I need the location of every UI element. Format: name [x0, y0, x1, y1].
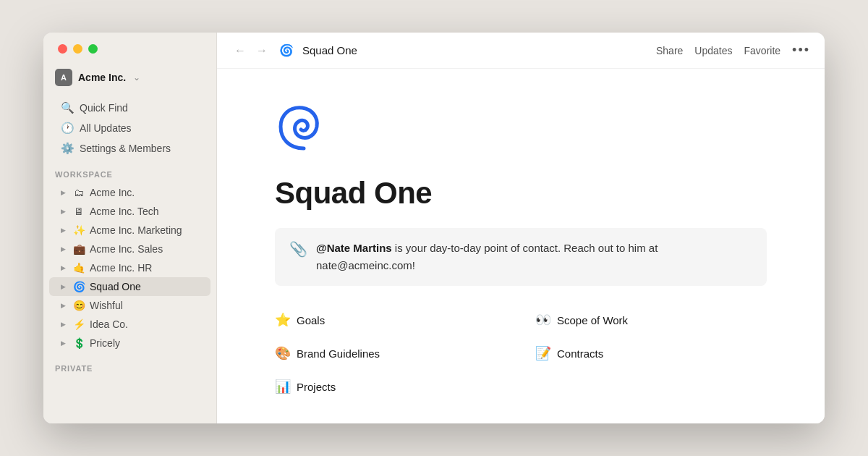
chevron-right-icon: ▶ — [61, 208, 68, 215]
goals-link-label: Goals — [297, 314, 325, 326]
topbar: ← → 🌀 Squad One Share Updates Favorite •… — [217, 33, 825, 69]
chevron-right-icon: ▶ — [61, 227, 68, 234]
sidebar: A Acme Inc. ⌄ 🔍 Quick Find 🕐 All Updates… — [43, 33, 217, 423]
links-grid: ⭐ Goals 👀 Scope of Work 🎨 Brand Guidelin… — [275, 306, 767, 400]
idea-co-label: Idea Co. — [90, 318, 128, 330]
wishful-label: Wishful — [90, 300, 123, 311]
chevron-right-icon: ▶ — [61, 339, 68, 347]
more-options-button[interactable]: ••• — [792, 43, 810, 58]
share-button[interactable]: Share — [656, 45, 683, 56]
acme-hr-label: Acme Inc. HR — [90, 262, 152, 274]
link-item-goals[interactable]: ⭐ Goals — [275, 306, 506, 334]
brand-guidelines-link-label: Brand Guidelines — [297, 347, 380, 360]
callout-mention: @Nate Martins — [316, 242, 392, 254]
link-item-projects[interactable]: 📊 Projects — [275, 373, 506, 400]
page-logo — [275, 98, 767, 159]
acme-sales-label: Acme Inc. Sales — [90, 243, 163, 255]
acme-inc-label: Acme Inc. — [90, 187, 135, 198]
acme-marketing-label: Acme Inc. Marketing — [90, 224, 182, 236]
app-window: A Acme Inc. ⌄ 🔍 Quick Find 🕐 All Updates… — [43, 33, 825, 423]
workspace-name: Acme Inc. — [78, 72, 126, 83]
sidebar-item-acme-inc[interactable]: ▶ 🗂 Acme Inc. — [49, 183, 210, 202]
scope-of-work-link-label: Scope of Work — [557, 314, 628, 326]
sidebar-item-idea-co[interactable]: ▶ ⚡ Idea Co. — [49, 315, 210, 334]
traffic-lights — [58, 44, 98, 54]
topbar-actions: Share Updates Favorite ••• — [656, 43, 810, 58]
contracts-link-label: Contracts — [557, 347, 603, 360]
forward-arrow-icon[interactable]: → — [253, 43, 271, 59]
callout-box: 📎 @Nate Martins is your day-to-day point… — [275, 228, 767, 286]
sidebar-item-acme-marketing[interactable]: ▶ ✨ Acme Inc. Marketing — [49, 221, 210, 240]
workspace-section-label: WORKSPACE — [43, 159, 216, 183]
private-section-label: PRIVATE — [43, 352, 216, 377]
goals-emoji-icon: ⭐ — [275, 312, 291, 328]
sidebar-item-acme-sales[interactable]: ▶ 💼 Acme Inc. Sales — [49, 240, 210, 258]
chevron-right-icon: ▶ — [61, 245, 68, 253]
gear-icon: ⚙️ — [61, 142, 74, 155]
acme-sales-icon: 💼 — [72, 243, 85, 255]
wishful-icon: 😊 — [72, 300, 85, 311]
scope-emoji-icon: 👀 — [535, 312, 551, 328]
callout-text: @Nate Martins is your day-to-day point o… — [316, 240, 752, 274]
contracts-emoji-icon: 📝 — [535, 345, 551, 361]
acme-inc-icon: 🗂 — [72, 187, 85, 198]
traffic-light-yellow[interactable] — [73, 44, 82, 54]
sidebar-item-wishful[interactable]: ▶ 😊 Wishful — [49, 296, 210, 315]
sidebar-item-acme-hr[interactable]: ▶ 🤙 Acme Inc. HR — [49, 258, 210, 277]
chevron-right-icon: ▶ — [61, 302, 68, 309]
acme-tech-icon: 🖥 — [72, 206, 85, 217]
chevron-right-icon: ▶ — [61, 264, 68, 271]
settings-label: Settings & Members — [80, 143, 171, 154]
sidebar-item-all-updates[interactable]: 🕐 All Updates — [49, 118, 210, 138]
sidebar-item-pricely[interactable]: ▶ 💲 Pricely — [49, 334, 210, 352]
page-icon: 🌀 — [279, 43, 294, 57]
traffic-light-green[interactable] — [88, 44, 98, 54]
back-arrow-icon[interactable]: ← — [231, 43, 249, 59]
topbar-page-title: Squad One — [302, 44, 647, 56]
all-updates-label: All Updates — [80, 122, 132, 134]
acme-marketing-icon: ✨ — [72, 224, 85, 236]
nav-arrows: ← → — [231, 43, 271, 59]
sidebar-item-quick-find[interactable]: 🔍 Quick Find — [49, 98, 210, 118]
main-content: ← → 🌀 Squad One Share Updates Favorite •… — [217, 33, 825, 423]
workspace-header[interactable]: A Acme Inc. ⌄ — [43, 69, 216, 98]
spiral-logo-icon — [275, 98, 333, 156]
squad-one-label: Squad One — [90, 281, 141, 292]
quick-find-label: Quick Find — [80, 102, 128, 114]
pricely-label: Pricely — [90, 337, 120, 349]
clock-icon: 🕐 — [61, 122, 74, 135]
squad-one-icon: 🌀 — [72, 281, 85, 292]
acme-tech-label: Acme Inc. Tech — [90, 206, 158, 217]
chevron-right-icon: ▶ — [61, 189, 68, 196]
projects-emoji-icon: 📊 — [275, 379, 291, 394]
updates-button[interactable]: Updates — [694, 45, 732, 56]
link-item-contracts[interactable]: 📝 Contracts — [535, 339, 767, 367]
chevron-right-icon: ▶ — [61, 321, 68, 328]
favorite-button[interactable]: Favorite — [744, 45, 781, 56]
link-item-scope-of-work[interactable]: 👀 Scope of Work — [535, 306, 767, 334]
page-title: Squad One — [275, 176, 767, 211]
app-body: A Acme Inc. ⌄ 🔍 Quick Find 🕐 All Updates… — [43, 33, 825, 423]
workspace-chevron-icon: ⌄ — [133, 72, 140, 83]
sidebar-item-acme-tech[interactable]: ▶ 🖥 Acme Inc. Tech — [49, 202, 210, 221]
chevron-right-icon: ▶ — [61, 283, 68, 290]
acme-hr-icon: 🤙 — [72, 262, 85, 274]
brand-emoji-icon: 🎨 — [275, 345, 291, 361]
idea-co-icon: ⚡ — [72, 318, 85, 330]
pricely-icon: 💲 — [72, 337, 85, 349]
page-content: Squad One 📎 @Nate Martins is your day-to… — [217, 69, 825, 423]
paperclip-icon: 📎 — [289, 240, 307, 258]
projects-link-label: Projects — [297, 381, 336, 393]
link-item-brand-guidelines[interactable]: 🎨 Brand Guidelines — [275, 339, 506, 367]
sidebar-item-squad-one[interactable]: ▶ 🌀 Squad One — [49, 277, 210, 296]
sidebar-item-settings[interactable]: ⚙️ Settings & Members — [49, 138, 210, 159]
search-icon: 🔍 — [61, 101, 74, 114]
traffic-light-red[interactable] — [58, 44, 67, 54]
workspace-icon: A — [55, 69, 72, 86]
